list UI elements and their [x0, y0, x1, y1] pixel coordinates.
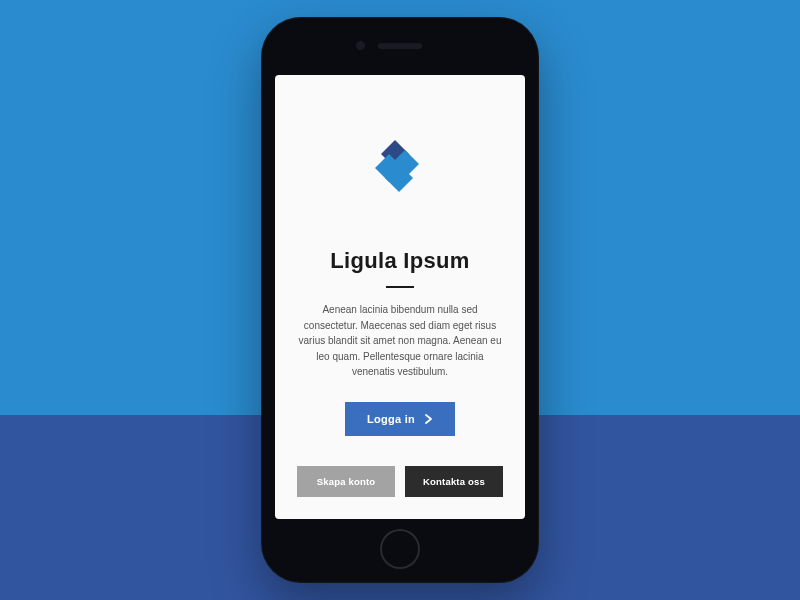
title-divider	[386, 286, 414, 288]
app-logo-icon	[365, 140, 435, 200]
home-button[interactable]	[380, 529, 420, 569]
create-account-button[interactable]: Skapa konto	[297, 466, 395, 497]
login-button[interactable]: Logga in	[345, 402, 455, 436]
login-button-label: Logga in	[367, 413, 415, 425]
secondary-button-row: Skapa konto Kontakta oss	[297, 466, 503, 497]
page-title: Ligula Ipsum	[330, 248, 469, 274]
description-text: Aenean lacinia bibendum nulla sed consec…	[297, 302, 503, 380]
contact-us-button[interactable]: Kontakta oss	[405, 466, 503, 497]
phone-earpiece	[378, 43, 422, 49]
phone-frame: Ligula Ipsum Aenean lacinia bibendum nul…	[261, 17, 539, 583]
phone-camera	[356, 41, 365, 50]
app-screen: Ligula Ipsum Aenean lacinia bibendum nul…	[275, 75, 525, 519]
chevron-right-icon	[425, 414, 433, 424]
